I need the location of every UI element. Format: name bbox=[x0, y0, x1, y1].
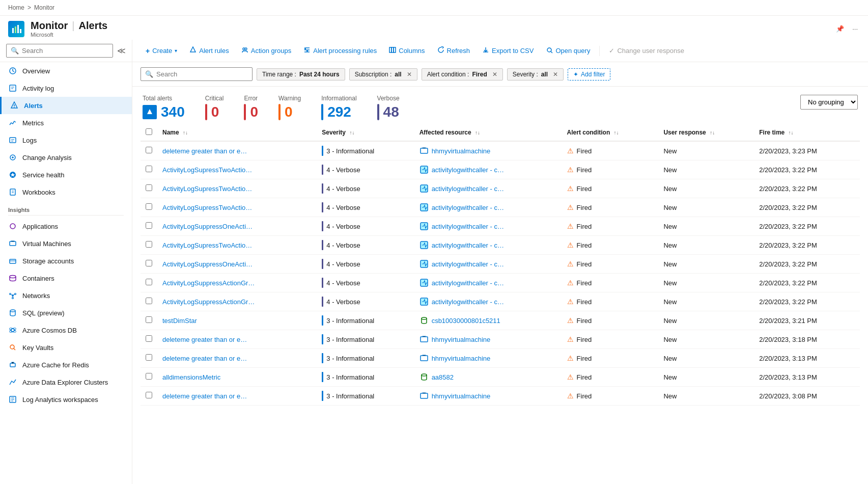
grouping-select[interactable]: No grouping bbox=[800, 95, 858, 110]
sidebar-item-cosmos[interactable]: Azure Cosmos DB bbox=[0, 321, 132, 339]
severity-close-icon[interactable]: ✕ bbox=[553, 71, 558, 78]
resource-link[interactable]: activitylogwithcaller - c… bbox=[432, 223, 504, 230]
row-checkbox-cell[interactable] bbox=[141, 311, 157, 330]
row-checkbox-cell[interactable] bbox=[141, 198, 157, 217]
row-checkbox-5[interactable] bbox=[146, 241, 152, 248]
alert-name-link[interactable]: testDimStar bbox=[162, 317, 197, 325]
row-checkbox-cell[interactable] bbox=[141, 217, 157, 236]
sidebar-item-sql[interactable]: SQL (preview) bbox=[0, 304, 132, 321]
sidebar-item-logs[interactable]: Logs bbox=[0, 131, 132, 149]
alert-processing-rules-button[interactable]: Alert processing rules bbox=[298, 44, 382, 58]
condition-sort-icon[interactable]: ↑↓ bbox=[614, 130, 619, 136]
add-filter-button[interactable]: ✦ Add filter bbox=[568, 68, 610, 80]
alert-name-link[interactable]: deleteme greater than or e… bbox=[162, 336, 247, 343]
subscription-chip[interactable]: Subscription : all ✕ bbox=[349, 68, 417, 80]
fire-time-header[interactable]: Fire time ↑↓ bbox=[754, 124, 860, 141]
row-checkbox-cell[interactable] bbox=[141, 368, 157, 387]
row-checkbox-3[interactable] bbox=[146, 203, 152, 210]
sidebar-item-key-vaults[interactable]: Key Vaults bbox=[0, 339, 132, 356]
row-checkbox-cell[interactable] bbox=[141, 179, 157, 198]
resource-link[interactable]: csb10030000801c5211 bbox=[432, 317, 500, 325]
row-checkbox-cell[interactable] bbox=[141, 274, 157, 292]
sidebar-item-change-analysis[interactable]: Change Analysis bbox=[0, 149, 132, 166]
action-groups-button[interactable]: Action groups bbox=[236, 44, 297, 58]
row-checkbox-cell[interactable] bbox=[141, 330, 157, 349]
time-range-chip[interactable]: Time range : Past 24 hours bbox=[257, 68, 345, 80]
sidebar-item-service-health[interactable]: Service health bbox=[0, 166, 132, 183]
row-checkbox-6[interactable] bbox=[146, 260, 152, 266]
resource-link[interactable]: activitylogwithcaller - c… bbox=[432, 279, 504, 287]
row-checkbox-1[interactable] bbox=[146, 166, 152, 172]
row-checkbox-13[interactable] bbox=[146, 392, 152, 398]
sidebar-search[interactable]: 🔍 bbox=[6, 44, 113, 58]
row-checkbox-8[interactable] bbox=[146, 298, 152, 304]
row-checkbox-cell[interactable] bbox=[141, 255, 157, 274]
alert-name-link[interactable]: alldimensionsMetric bbox=[162, 373, 220, 381]
row-checkbox-12[interactable] bbox=[146, 373, 152, 380]
resource-link[interactable]: activitylogwithcaller - c… bbox=[432, 298, 504, 306]
row-checkbox-9[interactable] bbox=[146, 316, 152, 323]
user-response-header[interactable]: User response ↑↓ bbox=[658, 124, 754, 141]
select-all-checkbox[interactable] bbox=[146, 128, 152, 135]
row-checkbox-cell[interactable] bbox=[141, 160, 157, 179]
resource-link[interactable]: hhmyvirtualmachine bbox=[432, 392, 491, 400]
severity-header[interactable]: Severity ↑↓ bbox=[317, 124, 414, 141]
refresh-button[interactable]: Refresh bbox=[432, 44, 475, 58]
sidebar-item-alerts[interactable]: Alerts bbox=[0, 97, 132, 114]
alert-name-link[interactable]: ActivityLogSuppressActionGr… bbox=[162, 298, 255, 306]
resource-sort-icon[interactable]: ↑↓ bbox=[475, 130, 480, 136]
row-checkbox-4[interactable] bbox=[146, 222, 152, 229]
alert-name-link[interactable]: ActivityLogSupressTwoActio… bbox=[162, 166, 252, 174]
breadcrumb-home[interactable]: Home bbox=[8, 4, 24, 11]
sidebar-item-workbooks[interactable]: Workbooks bbox=[0, 183, 132, 201]
change-user-response-button[interactable]: ✓ Change user response bbox=[604, 44, 689, 57]
resource-link[interactable]: activitylogwithcaller - c… bbox=[432, 166, 504, 174]
alert-rules-button[interactable]: Alert rules bbox=[184, 44, 234, 58]
sidebar-item-virtual-machines[interactable]: Virtual Machines bbox=[0, 235, 132, 252]
resource-link[interactable]: hhmyvirtualmachine bbox=[432, 336, 491, 343]
sidebar-item-containers[interactable]: Containers bbox=[0, 270, 132, 287]
resource-link[interactable]: activitylogwithcaller - c… bbox=[432, 260, 504, 268]
alert-name-link[interactable]: ActivityLogSupressTwoActio… bbox=[162, 204, 252, 211]
export-csv-button[interactable]: Export to CSV bbox=[477, 44, 539, 58]
sidebar-item-redis[interactable]: Azure Cache for Redis bbox=[0, 356, 132, 373]
breadcrumb-current[interactable]: Monitor bbox=[34, 4, 54, 11]
row-checkbox-11[interactable] bbox=[146, 354, 152, 361]
resource-link[interactable]: hhmyvirtualmachine bbox=[432, 355, 491, 362]
alert-name-link[interactable]: ActivityLogSuppressOneActi… bbox=[162, 260, 253, 268]
name-sort-icon[interactable]: ↑↓ bbox=[183, 130, 188, 136]
columns-button[interactable]: Columns bbox=[384, 44, 430, 58]
sidebar-item-applications[interactable]: Applications bbox=[0, 218, 132, 235]
sidebar-item-networks[interactable]: Networks bbox=[0, 287, 132, 304]
user-response-sort-icon[interactable]: ↑↓ bbox=[710, 130, 715, 136]
row-checkbox-2[interactable] bbox=[146, 184, 152, 191]
row-checkbox-cell[interactable] bbox=[141, 387, 157, 406]
alert-name-link[interactable]: deleteme greater than or e… bbox=[162, 147, 247, 155]
subscription-close-icon[interactable]: ✕ bbox=[407, 71, 412, 78]
sidebar-item-activity-log[interactable]: Activity log bbox=[0, 79, 132, 97]
alert-name-link[interactable]: ActivityLogSuppressActionGr… bbox=[162, 279, 255, 287]
severity-chip[interactable]: Severity : all ✕ bbox=[507, 68, 564, 80]
alert-name-link[interactable]: ActivityLogSupressTwoActio… bbox=[162, 185, 252, 193]
alert-condition-header[interactable]: Alert condition ↑↓ bbox=[562, 124, 659, 141]
open-query-button[interactable]: Open query bbox=[541, 44, 595, 58]
alert-condition-chip[interactable]: Alert condition : Fired ✕ bbox=[422, 68, 503, 80]
resource-link[interactable]: aa8582 bbox=[432, 373, 454, 381]
sidebar-item-overview[interactable]: Overview bbox=[0, 62, 132, 79]
alert-name-link[interactable]: ActivityLogSuppressOneActi… bbox=[162, 223, 253, 230]
name-header[interactable]: Name ↑↓ bbox=[157, 124, 317, 141]
row-checkbox-7[interactable] bbox=[146, 279, 152, 285]
collapse-icon[interactable]: ≪ bbox=[117, 46, 126, 56]
create-button[interactable]: + Create ▾ bbox=[141, 44, 182, 58]
sidebar-item-data-explorer[interactable]: Azure Data Explorer Clusters bbox=[0, 373, 132, 391]
alert-name-link[interactable]: deleteme greater than or e… bbox=[162, 355, 247, 362]
alert-condition-close-icon[interactable]: ✕ bbox=[492, 71, 497, 78]
resource-link[interactable]: activitylogwithcaller - c… bbox=[432, 204, 504, 211]
row-checkbox-cell[interactable] bbox=[141, 349, 157, 368]
row-checkbox-cell[interactable] bbox=[141, 141, 157, 160]
more-options-icon[interactable]: ··· bbox=[850, 23, 860, 35]
sidebar-item-log-analytics[interactable]: Log Analytics workspaces bbox=[0, 391, 132, 408]
severity-sort-icon[interactable]: ↑↓ bbox=[349, 130, 354, 136]
affected-resource-header[interactable]: Affected resource ↑↓ bbox=[414, 124, 562, 141]
row-checkbox-0[interactable] bbox=[146, 147, 152, 153]
